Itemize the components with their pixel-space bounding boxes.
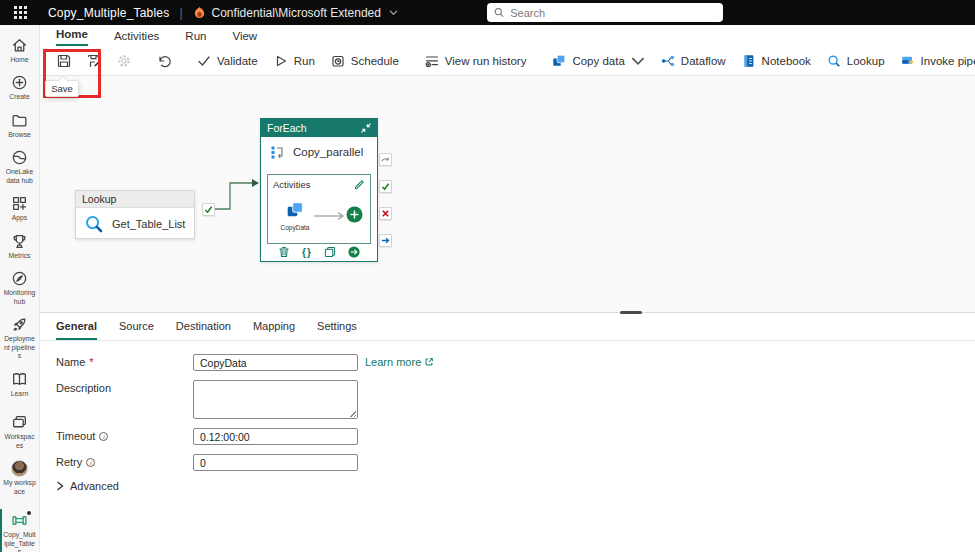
tab-home[interactable]: Home bbox=[56, 28, 88, 46]
sidebar-item-browse[interactable]: Browse bbox=[0, 109, 39, 142]
tab-run[interactable]: Run bbox=[185, 30, 206, 46]
foreach-node-header: ForEach bbox=[267, 122, 307, 134]
external-link-icon bbox=[424, 357, 434, 367]
pipeline-canvas[interactable]: Lookup Get_Table_List ForEach Copy_paral… bbox=[40, 76, 975, 313]
foreach-success-port[interactable] bbox=[379, 180, 392, 193]
sidebar-item-deployment-pipelines[interactable]: Deployment pipelines bbox=[0, 313, 39, 363]
save-button[interactable] bbox=[50, 50, 78, 72]
sidebar-item-onelake-data-hub[interactable]: OneLake data hub bbox=[0, 146, 39, 188]
learn-more-link[interactable]: Learn more bbox=[365, 354, 434, 368]
dataflow-button[interactable]: Dataflow bbox=[654, 50, 733, 72]
required-marker: * bbox=[89, 356, 93, 368]
foreach-icon bbox=[270, 144, 286, 160]
failure-x-icon bbox=[381, 209, 390, 218]
success-check-icon bbox=[204, 205, 213, 214]
sensitivity-chevron-down-icon[interactable] bbox=[389, 9, 398, 16]
retry-label: Retryi bbox=[56, 454, 193, 468]
foreach-completion-port[interactable] bbox=[379, 234, 392, 247]
tab-activities[interactable]: Activities bbox=[114, 30, 159, 46]
foreach-failure-port[interactable] bbox=[379, 207, 392, 220]
sidebar-item-learn[interactable]: Learn bbox=[0, 368, 39, 401]
book-icon bbox=[11, 371, 28, 388]
info-icon: i bbox=[99, 432, 108, 441]
save-as-icon bbox=[87, 54, 101, 68]
advanced-expander[interactable]: Advanced bbox=[56, 480, 975, 492]
undo-button[interactable] bbox=[150, 50, 178, 72]
sidebar-item-copy-multiple-tables[interactable]: Copy_Multiple_Tables bbox=[0, 509, 39, 552]
sidebar-item-metrics[interactable]: Metrics bbox=[0, 230, 39, 263]
name-label: Name* bbox=[56, 354, 193, 368]
tab-view[interactable]: View bbox=[232, 30, 257, 46]
skip-arrow-icon bbox=[381, 155, 390, 164]
activities-label: Activities bbox=[273, 179, 310, 190]
pipeline-title: Copy_Multiple_Tables bbox=[48, 6, 169, 20]
unsaved-indicator-dot bbox=[27, 511, 31, 515]
activity-node-foreach[interactable]: ForEach Copy_parallel Activities CopyDat… bbox=[260, 118, 378, 262]
title-divider: | bbox=[179, 6, 182, 20]
tab-mapping[interactable]: Mapping bbox=[253, 320, 295, 340]
lookup-success-port[interactable] bbox=[202, 203, 215, 216]
description-label: Description bbox=[56, 380, 193, 394]
inner-activity-copydata[interactable]: CopyData bbox=[280, 201, 310, 231]
trophy-icon bbox=[11, 233, 28, 250]
run-button[interactable]: Run bbox=[267, 50, 322, 72]
invoke-pipeline-button[interactable]: Invoke pipeline bbox=[894, 50, 975, 72]
sidebar-item-apps[interactable]: Apps bbox=[0, 192, 39, 225]
tab-source[interactable]: Source bbox=[119, 320, 154, 340]
lookup-activity-name: Get_Table_List bbox=[112, 218, 185, 230]
undo-icon bbox=[157, 54, 171, 68]
app-launcher-icon[interactable] bbox=[0, 0, 40, 25]
edit-pencil-icon[interactable] bbox=[354, 179, 365, 190]
schedule-button[interactable]: Schedule bbox=[324, 50, 406, 72]
monitoring-icon bbox=[11, 270, 28, 287]
info-icon: i bbox=[86, 458, 95, 467]
invoke-pipeline-icon bbox=[901, 54, 915, 68]
foreach-activity-name: Copy_parallel bbox=[293, 146, 363, 158]
schedule-icon bbox=[331, 54, 345, 68]
tab-general[interactable]: General bbox=[56, 320, 97, 340]
onelake-icon bbox=[11, 149, 28, 166]
activity-node-lookup[interactable]: Lookup Get_Table_List bbox=[75, 190, 195, 239]
sidebar-item-create[interactable]: Create bbox=[0, 71, 39, 104]
timeout-field[interactable] bbox=[193, 428, 358, 445]
save-as-button[interactable] bbox=[80, 50, 108, 72]
resize-grip-icon[interactable] bbox=[348, 409, 356, 417]
panel-resize-handle[interactable] bbox=[620, 311, 642, 314]
sidebar-item-monitoring-hub[interactable]: Monitoring hub bbox=[0, 267, 39, 309]
copy-data-icon bbox=[552, 54, 566, 68]
search-input[interactable] bbox=[510, 7, 716, 19]
apps-icon bbox=[11, 195, 28, 212]
code-braces-icon[interactable]: {} bbox=[302, 247, 312, 258]
settings-button-disabled bbox=[110, 50, 138, 72]
sidebar-item-workspaces[interactable]: Workspaces bbox=[0, 411, 39, 453]
view-run-history-button[interactable]: View run history bbox=[418, 50, 534, 72]
sidebar-item-my-workspace[interactable]: My workspace bbox=[0, 457, 39, 499]
foreach-skip-port[interactable] bbox=[379, 153, 392, 166]
main-area: Home Activities Run View Validate Run bbox=[40, 25, 975, 552]
workspaces-icon bbox=[11, 414, 28, 431]
sensitivity-label[interactable]: Confidential\Microsoft Extended bbox=[212, 6, 381, 20]
notebook-button[interactable]: Notebook bbox=[735, 50, 818, 72]
sensitivity-label-icon bbox=[193, 6, 206, 19]
add-activity-button[interactable] bbox=[346, 206, 363, 227]
success-check-icon bbox=[381, 182, 390, 191]
collapse-icon[interactable] bbox=[361, 123, 371, 133]
description-field[interactable] bbox=[193, 380, 358, 419]
validate-button[interactable]: Validate bbox=[190, 50, 265, 72]
completion-arrow-icon bbox=[381, 236, 390, 245]
go-to-icon[interactable] bbox=[348, 246, 360, 258]
name-field[interactable] bbox=[193, 354, 358, 371]
copy-data-button[interactable]: Copy data bbox=[545, 50, 651, 72]
foreach-activities-container[interactable]: Activities CopyData bbox=[267, 174, 371, 244]
general-form: Name* Learn more Description Timeouti bbox=[40, 341, 975, 492]
tab-destination[interactable]: Destination bbox=[176, 320, 231, 340]
retry-field[interactable] bbox=[193, 454, 358, 471]
inner-connector-arrow bbox=[314, 211, 348, 221]
global-search[interactable] bbox=[487, 3, 723, 22]
sidebar-item-home[interactable]: Home bbox=[0, 34, 39, 67]
lookup-button[interactable]: Lookup bbox=[820, 50, 892, 72]
copy-data-icon bbox=[286, 201, 304, 219]
clone-icon[interactable] bbox=[324, 246, 336, 258]
delete-icon[interactable] bbox=[278, 246, 290, 258]
tab-settings[interactable]: Settings bbox=[317, 320, 357, 340]
